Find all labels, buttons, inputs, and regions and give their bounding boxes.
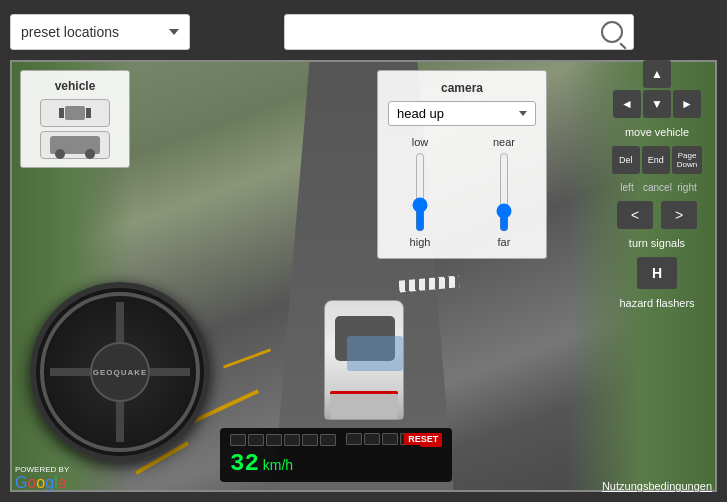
low-high-slider[interactable]	[409, 152, 431, 232]
speed-box2	[382, 433, 398, 445]
dpad-up-button[interactable]: ▲	[643, 60, 671, 88]
vehicle-panel-title: vehicle	[29, 79, 121, 93]
speed-box	[284, 434, 300, 446]
dpad: ▲ ◄ ▼ ►	[613, 60, 701, 118]
speed-box	[302, 434, 318, 446]
vehicle-side-view	[40, 131, 110, 159]
high-label: high	[410, 236, 431, 248]
speed-box	[320, 434, 336, 446]
move-vehicle-label: move vehicle	[625, 126, 689, 138]
google-branding: POWERED BY Google	[15, 465, 69, 492]
street-car	[324, 300, 404, 420]
page-down-button[interactable]: PageDown	[672, 146, 702, 174]
signal-row: < >	[617, 201, 697, 229]
keyboard-row: Del End PageDown	[612, 146, 702, 174]
far-label: far	[498, 236, 511, 248]
camera-panel-title: camera	[388, 81, 536, 95]
speed-box	[248, 434, 264, 446]
speed-boxes-1	[230, 434, 336, 446]
camera-dropdown-arrow-icon	[519, 111, 527, 116]
hazard-label: hazard flashers	[619, 297, 694, 309]
camera-view-dropdown[interactable]: head up	[388, 101, 536, 126]
speedometer: 06 RESET 32 km/h	[220, 428, 452, 482]
turn-signals-label: turn signals	[629, 237, 685, 249]
vehicle-panel: vehicle	[20, 70, 130, 168]
vertical-slider-near-far: near far	[493, 136, 515, 248]
dpad-left-button[interactable]: ◄	[613, 90, 641, 118]
speed-unit: km/h	[263, 457, 293, 473]
end-button[interactable]: End	[642, 146, 670, 174]
right-key-label: right	[673, 182, 701, 193]
low-label: low	[412, 136, 429, 148]
near-label: near	[493, 136, 515, 148]
powered-by-text: POWERED BY	[15, 465, 69, 474]
preset-locations-label: preset locations	[21, 24, 161, 40]
preset-locations-dropdown[interactable]: preset locations	[10, 14, 190, 50]
camera-view-label: head up	[397, 106, 514, 121]
search-bar[interactable]	[284, 14, 634, 50]
dpad-right-button[interactable]: ►	[673, 90, 701, 118]
speed-box2	[364, 433, 380, 445]
left-key-label: left	[613, 182, 641, 193]
speed-box	[266, 434, 282, 446]
controls-panel: ▲ ◄ ▼ ► move vehicle Del End PageDown le…	[597, 60, 717, 309]
top-bar: preset locations	[10, 10, 717, 54]
reset-badge[interactable]: RESET	[404, 433, 442, 445]
signal-left-button[interactable]: <	[617, 201, 653, 229]
del-button[interactable]: Del	[612, 146, 640, 174]
speed-box	[230, 434, 246, 446]
camera-sliders: low high near far	[388, 136, 536, 248]
near-far-slider[interactable]	[493, 152, 515, 232]
vertical-slider-low-high: low high	[409, 136, 431, 248]
speed-box2	[346, 433, 362, 445]
vehicle-icons	[29, 99, 121, 159]
google-logo: Google	[15, 474, 69, 492]
dropdown-arrow-icon	[169, 29, 179, 35]
steering-wheel[interactable]: GEOQUAKE	[30, 282, 210, 462]
search-icon	[601, 21, 623, 43]
search-input[interactable]	[295, 24, 596, 40]
key-labels-row: left cancel right	[613, 182, 701, 193]
signal-right-button[interactable]: >	[661, 201, 697, 229]
steering-wheel-brand: GEOQUAKE	[93, 368, 148, 377]
speed-value: 32	[230, 450, 259, 477]
vehicle-top-view	[40, 99, 110, 127]
dpad-center-button[interactable]: ▼	[643, 90, 671, 118]
cancel-key-label: cancel	[643, 182, 671, 193]
camera-panel: camera head up low high near far	[377, 70, 547, 259]
hazard-button[interactable]: H	[637, 257, 677, 289]
terms-link[interactable]: Nutzungsbedingungen	[602, 480, 712, 492]
